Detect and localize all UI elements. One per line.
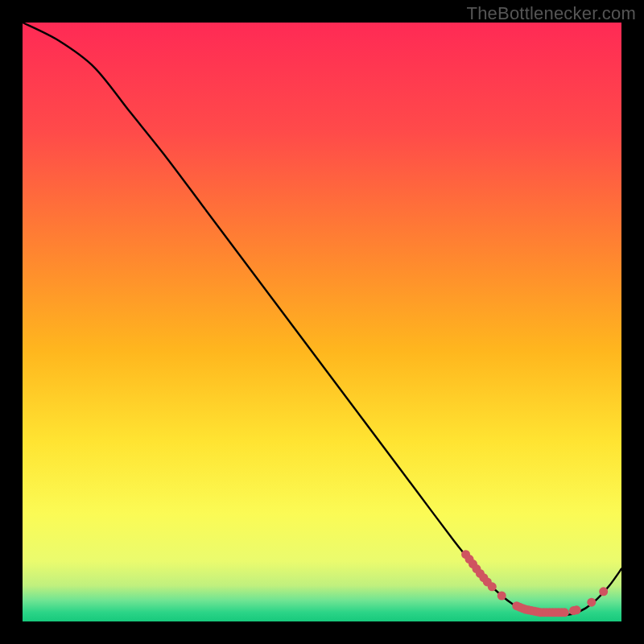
data-dot [560,608,569,617]
plot-area [23,23,621,621]
data-dot [587,598,596,607]
data-dot [599,587,608,596]
data-dot [572,605,581,614]
data-dot [497,592,506,601]
attribution-text: TheBottlenecker.com [467,3,636,24]
data-dot [488,582,497,591]
plot-frame [23,23,621,621]
chart-svg [23,23,621,621]
chart-stage: TheBottlenecker.com [0,0,644,644]
gradient-background [23,23,621,621]
